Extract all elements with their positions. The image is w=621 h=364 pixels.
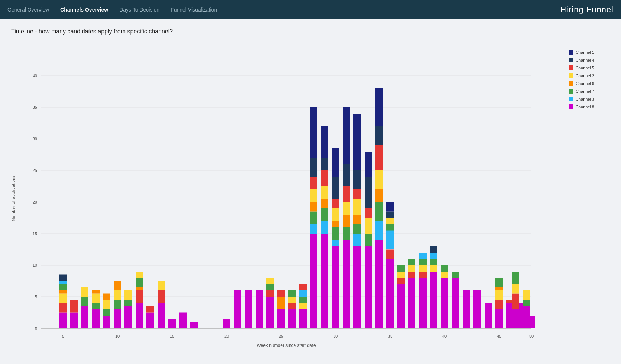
legend-swatch-channel2 xyxy=(569,73,573,78)
svg-rect-194 xyxy=(523,300,530,306)
svg-rect-130 xyxy=(353,114,361,170)
bar-week43 xyxy=(473,290,481,328)
svg-rect-54 xyxy=(114,281,121,291)
svg-rect-162 xyxy=(419,265,427,272)
svg-rect-71 xyxy=(223,319,230,329)
svg-rect-134 xyxy=(365,208,372,218)
svg-rect-93 xyxy=(310,212,317,224)
svg-rect-55 xyxy=(124,306,132,329)
svg-rect-129 xyxy=(353,170,361,189)
bar-week12 xyxy=(136,272,143,328)
nav-days-to-decision[interactable]: Days To Decision xyxy=(119,5,159,14)
svg-rect-105 xyxy=(321,170,328,186)
svg-rect-163 xyxy=(419,259,427,265)
legend-label-channel3: Channel 3 xyxy=(576,97,594,101)
svg-rect-144 xyxy=(375,88,383,126)
legend-label-channel7: Channel 7 xyxy=(576,89,594,94)
bar-week14 xyxy=(158,281,165,329)
svg-rect-137 xyxy=(375,240,383,328)
svg-text:15: 15 xyxy=(33,231,37,236)
svg-rect-174 xyxy=(452,272,459,278)
svg-rect-161 xyxy=(419,272,427,278)
svg-rect-66 xyxy=(158,290,165,303)
svg-rect-173 xyxy=(452,278,459,328)
nav-funnel-visualization[interactable]: Funnel Visualization xyxy=(171,5,217,14)
bar-week11 xyxy=(124,290,132,328)
svg-rect-70 xyxy=(190,322,198,328)
svg-rect-195 xyxy=(523,290,530,300)
svg-text:25: 25 xyxy=(279,334,283,338)
legend-swatch-channel6 xyxy=(569,81,573,86)
svg-rect-120 xyxy=(343,186,350,202)
svg-rect-95 xyxy=(310,189,317,202)
svg-rect-179 xyxy=(495,300,503,310)
svg-rect-150 xyxy=(386,212,394,218)
svg-rect-111 xyxy=(332,221,339,227)
bar-week35 xyxy=(386,202,394,328)
svg-rect-118 xyxy=(343,215,350,227)
legend-label-channel2: Channel 2 xyxy=(576,74,594,78)
bar-week32 xyxy=(353,114,361,328)
svg-text:30: 30 xyxy=(33,137,37,141)
svg-rect-139 xyxy=(375,202,383,221)
bar-week37 xyxy=(408,259,415,328)
svg-rect-63 xyxy=(146,313,154,329)
svg-rect-99 xyxy=(310,107,317,133)
bar-week15 xyxy=(168,319,176,329)
svg-rect-68 xyxy=(168,319,176,329)
nav-general-overview[interactable]: General Overview xyxy=(7,5,49,14)
bar-week50 xyxy=(528,316,535,328)
svg-rect-56 xyxy=(124,300,132,306)
svg-rect-175 xyxy=(463,290,470,328)
legend-channel6: Channel 6 xyxy=(569,81,610,86)
svg-rect-83 xyxy=(288,303,296,309)
svg-rect-156 xyxy=(408,278,415,328)
bar-week13 xyxy=(146,306,154,329)
svg-rect-60 xyxy=(136,287,143,291)
navbar: General Overview Channels Overview Days … xyxy=(0,0,621,19)
svg-rect-126 xyxy=(353,215,361,224)
nav-channels-overview[interactable]: Channels Overview xyxy=(60,5,108,14)
bar-week20 xyxy=(223,319,230,329)
svg-rect-115 xyxy=(332,148,339,177)
svg-rect-131 xyxy=(365,246,372,328)
svg-rect-157 xyxy=(408,272,415,278)
bar-week42 xyxy=(463,290,470,328)
legend-label-channel4: Channel 4 xyxy=(576,58,594,62)
legend-swatch-channel8 xyxy=(569,104,573,109)
bar-week21 xyxy=(234,290,241,328)
svg-rect-31 xyxy=(59,313,67,329)
svg-rect-116 xyxy=(343,240,350,328)
svg-rect-57 xyxy=(124,290,132,300)
svg-rect-166 xyxy=(430,265,437,272)
legend-swatch-channel3 xyxy=(569,97,573,101)
svg-rect-158 xyxy=(408,265,415,272)
svg-rect-149 xyxy=(386,218,394,224)
bar-week23 xyxy=(256,290,263,328)
svg-rect-36 xyxy=(59,281,67,285)
chart-container: 0 5 10 15 20 25 30 35 40 5 10 15 20 25 3… xyxy=(19,46,561,351)
svg-text:35: 35 xyxy=(388,334,392,338)
svg-rect-72 xyxy=(234,290,241,328)
svg-text:10: 10 xyxy=(115,334,120,338)
svg-rect-112 xyxy=(332,208,339,221)
svg-rect-124 xyxy=(353,234,361,246)
svg-rect-114 xyxy=(332,177,339,199)
svg-rect-43 xyxy=(92,309,100,328)
svg-text:45: 45 xyxy=(497,334,501,338)
svg-rect-97 xyxy=(310,158,317,177)
svg-rect-123 xyxy=(353,246,361,328)
svg-rect-67 xyxy=(158,281,165,291)
svg-rect-128 xyxy=(353,189,361,199)
legend-channel1: Channel 1 xyxy=(569,50,610,55)
svg-rect-81 xyxy=(277,290,285,297)
chart-title: Timeline - how many candidates apply fro… xyxy=(11,28,610,35)
svg-rect-182 xyxy=(495,278,503,287)
svg-rect-94 xyxy=(310,202,317,212)
svg-rect-37 xyxy=(59,275,67,281)
svg-rect-80 xyxy=(277,297,285,309)
svg-rect-178 xyxy=(495,309,503,328)
legend-swatch-channel4 xyxy=(569,58,573,62)
svg-rect-85 xyxy=(288,290,296,297)
svg-rect-62 xyxy=(136,272,143,278)
